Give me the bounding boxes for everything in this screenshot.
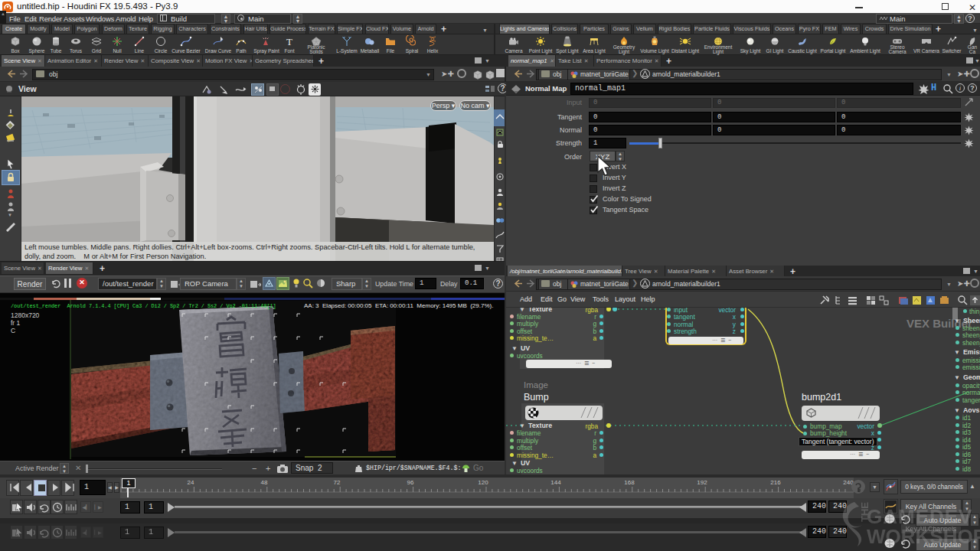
- svg-text:216: 216: [770, 479, 781, 486]
- svg-text:144: 144: [550, 479, 561, 486]
- svg-text:48: 48: [261, 479, 268, 486]
- svg-text:T: T: [286, 36, 292, 47]
- svg-text:168: 168: [624, 479, 635, 486]
- svg-text:120: 120: [478, 479, 488, 486]
- svg-text:192: 192: [697, 479, 707, 486]
- svg-text:WORKSHOP: WORKSHOP: [867, 525, 980, 548]
- svg-text:24: 24: [188, 479, 194, 486]
- svg-text:72: 72: [334, 479, 341, 486]
- svg-text:96: 96: [407, 479, 414, 486]
